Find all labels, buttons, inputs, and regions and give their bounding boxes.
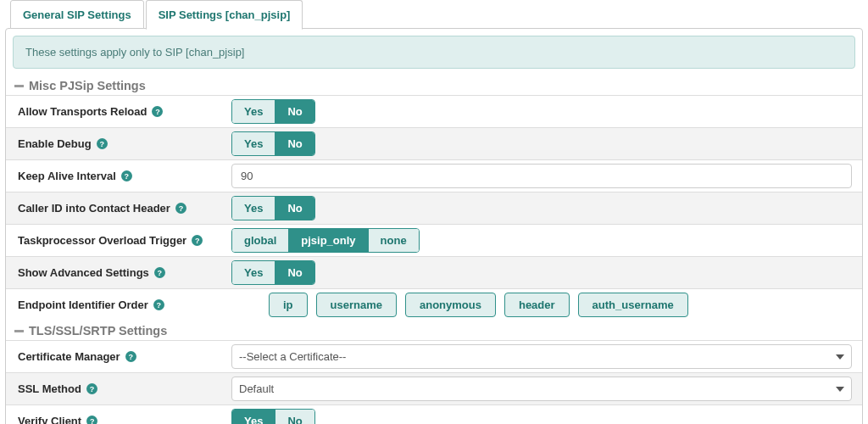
row-enable-debug: Enable Debug ? Yes No [6, 127, 862, 159]
section-misc-pjsip: Misc PJSip Settings [6, 75, 862, 95]
toggle-show-advanced: Yes No [231, 260, 315, 285]
verify-client-no[interactable]: No [275, 410, 314, 424]
chip-ip[interactable]: ip [269, 293, 308, 317]
enable-debug-yes[interactable]: Yes [232, 132, 275, 155]
cert-manager-select[interactable]: --Select a Certificate-- [231, 344, 852, 369]
toggle-caller-id: Yes No [231, 196, 315, 220]
row-caller-id: Caller ID into Contact Header ? Yes No [6, 192, 862, 224]
chip-anonymous[interactable]: anonymous [405, 293, 496, 317]
keep-alive-input[interactable] [231, 164, 852, 188]
row-ssl-method: SSL Method ? Default [6, 372, 862, 404]
ssl-method-select[interactable]: Default [231, 377, 852, 401]
row-cert-manager: Certificate Manager ? --Select a Certifi… [6, 340, 862, 372]
section-tls-ssl-srtp: TLS/SSL/SRTP Settings [6, 321, 862, 340]
help-icon[interactable]: ? [125, 351, 136, 362]
caller-id-yes[interactable]: Yes [232, 197, 275, 220]
task-trigger-global[interactable]: global [232, 229, 288, 252]
row-task-trigger: Taskprocessor Overload Trigger ? global … [6, 224, 862, 256]
label-cert-manager: Certificate Manager [18, 350, 120, 363]
enable-debug-no[interactable]: No [275, 132, 314, 155]
allow-transports-yes[interactable]: Yes [232, 100, 275, 123]
row-verify-client: Verify Client ? Yes No [6, 404, 862, 424]
row-keep-alive: Keep Alive Interval ? [6, 159, 862, 192]
label-caller-id: Caller ID into Contact Header [18, 202, 170, 215]
label-task-trigger: Taskprocessor Overload Trigger [18, 234, 186, 247]
caller-id-no[interactable]: No [275, 197, 314, 220]
chip-username[interactable]: username [316, 293, 397, 317]
row-show-advanced: Show Advanced Settings ? Yes No [6, 256, 862, 288]
help-icon[interactable]: ? [175, 203, 186, 214]
chip-auth-username[interactable]: auth_username [578, 293, 688, 317]
help-icon[interactable]: ? [86, 383, 97, 394]
toggle-verify-client: Yes No [231, 409, 315, 424]
label-ssl-method: SSL Method [18, 382, 81, 395]
endpoint-chip-row: ip username anonymous header auth_userna… [231, 293, 852, 317]
show-advanced-no[interactable]: No [275, 261, 314, 284]
help-icon[interactable]: ? [86, 416, 97, 424]
help-icon[interactable]: ? [121, 170, 132, 181]
info-banner: These settings apply only to SIP [chan_p… [13, 36, 855, 69]
tab-pjsip-settings[interactable]: SIP Settings [chan_pjsip] [146, 0, 303, 30]
help-icon[interactable]: ? [97, 138, 108, 149]
label-allow-transports: Allow Transports Reload [18, 105, 147, 118]
settings-panel: These settings apply only to SIP [chan_p… [5, 28, 863, 424]
label-verify-client: Verify Client [18, 415, 81, 424]
toggle-allow-transports: Yes No [231, 99, 315, 124]
help-icon[interactable]: ? [152, 106, 163, 117]
task-trigger-pjsip-only[interactable]: pjsip_only [288, 229, 367, 252]
toggle-enable-debug: Yes No [231, 131, 315, 156]
allow-transports-no[interactable]: No [275, 100, 314, 123]
tab-bar: General SIP Settings SIP Settings [chan_… [5, 0, 863, 29]
label-keep-alive: Keep Alive Interval [18, 170, 116, 182]
toggle-task-trigger: global pjsip_only none [231, 228, 420, 253]
verify-client-yes[interactable]: Yes [232, 410, 275, 424]
row-allow-transports: Allow Transports Reload ? Yes No [6, 95, 862, 127]
help-icon[interactable]: ? [154, 267, 165, 278]
row-endpoint-order: Endpoint Identifier Order ? ip username … [6, 288, 862, 321]
label-endpoint-order: Endpoint Identifier Order [18, 298, 148, 311]
show-advanced-yes[interactable]: Yes [232, 261, 275, 284]
tab-general-sip[interactable]: General SIP Settings [10, 0, 144, 29]
help-icon[interactable]: ? [192, 235, 203, 246]
help-icon[interactable]: ? [153, 299, 164, 310]
task-trigger-none[interactable]: none [368, 229, 419, 252]
label-enable-debug: Enable Debug [18, 137, 92, 150]
chip-header[interactable]: header [504, 293, 570, 317]
label-show-advanced: Show Advanced Settings [18, 266, 149, 279]
